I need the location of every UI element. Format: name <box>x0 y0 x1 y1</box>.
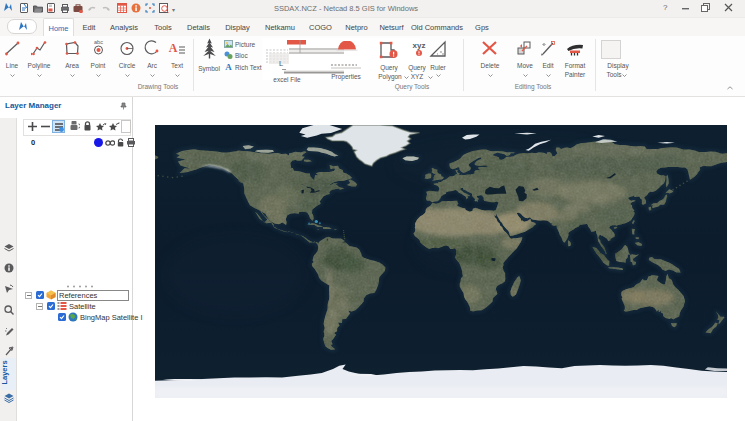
svg-text:xyz: xyz <box>413 41 426 50</box>
svg-text:A: A <box>169 41 178 55</box>
svg-text:abc: abc <box>94 39 103 45</box>
svg-text:A: A <box>225 62 232 71</box>
